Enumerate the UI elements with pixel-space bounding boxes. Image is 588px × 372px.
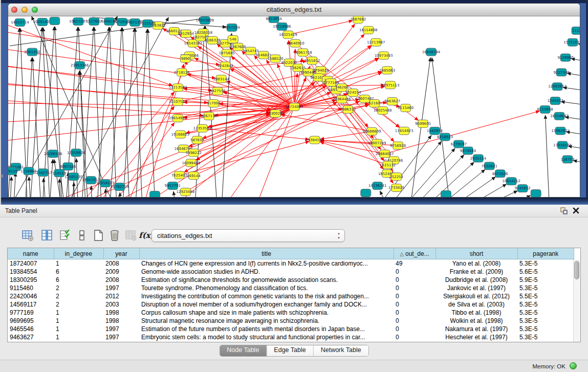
network-node[interactable]: 9857791: [165, 182, 181, 190]
table-cell[interactable]: 0: [394, 268, 435, 276]
network-node[interactable]: 917004: [207, 100, 221, 107]
table-cell[interactable]: 2003: [103, 300, 139, 309]
network-node[interactable]: 19654952: [169, 114, 187, 122]
network-node[interactable]: 16154808: [359, 26, 378, 34]
table-cell[interactable]: Corpus callosum shape and size in male p…: [139, 309, 394, 317]
network-node[interactable]: 12213583: [169, 84, 187, 92]
network-node[interactable]: 1527602: [86, 17, 102, 25]
memory-status-icon[interactable]: [570, 362, 577, 369]
table-cell[interactable]: Dudbridge et al. (2008): [435, 276, 517, 284]
network-node[interactable]: 9242844: [217, 62, 234, 70]
network-node[interactable]: 116753: [561, 156, 575, 163]
import-table-icon[interactable]: [124, 228, 138, 243]
table-cell[interactable]: 1: [54, 309, 103, 317]
table-cell[interactable]: 18724007: [8, 259, 54, 268]
table-cell[interactable]: Embryonic stem cells: a model to study s…: [139, 333, 394, 341]
column-header-name[interactable]: name: [8, 248, 54, 259]
network-node[interactable]: 7485063: [379, 67, 395, 74]
network-node[interactable]: 587833: [190, 136, 204, 144]
new-document-icon[interactable]: [91, 228, 105, 243]
network-node[interactable]: 16033809: [196, 16, 214, 24]
table-cell[interactable]: 5.6E-5: [517, 268, 574, 276]
row-check-icon[interactable]: [58, 228, 72, 243]
table-scrollbar-thumb[interactable]: [574, 261, 579, 279]
network-node[interactable]: 8813054: [266, 16, 282, 23]
table-cell[interactable]: 2: [54, 300, 103, 309]
table-cell[interactable]: 1: [54, 333, 103, 341]
stacked-cells-icon[interactable]: [75, 228, 89, 243]
table-cell[interactable]: 5.3E-5: [517, 284, 574, 292]
column-header-pagerank[interactable]: pagerank: [517, 248, 574, 259]
table-cell[interactable]: 1997: [103, 284, 139, 292]
network-node[interactable]: 746266: [335, 84, 349, 92]
network-node[interactable]: 1112: [572, 27, 580, 34]
table-cell[interactable]: 5.3E-5: [517, 259, 574, 268]
column-header-out_de[interactable]: △out_de...: [394, 248, 435, 259]
network-node[interactable]: 12093857: [548, 83, 567, 91]
table-cell[interactable]: 5.3E-5: [517, 309, 574, 317]
network-node[interactable]: 2687682: [350, 16, 366, 23]
network-node[interactable]: 19384554: [306, 136, 324, 144]
table-cell[interactable]: 5.3E-5: [517, 300, 574, 309]
network-node[interactable]: 9756928: [390, 142, 406, 149]
network-node[interactable]: 9129960: [557, 54, 573, 61]
network-node[interactable]: 19166825: [171, 130, 190, 138]
table-cell[interactable]: 1997: [103, 333, 139, 341]
float-panel-icon[interactable]: [560, 207, 568, 214]
network-node[interactable]: 1244413: [548, 97, 563, 105]
network-node[interactable]: 12505135: [64, 173, 83, 181]
network-node[interactable]: 12353554: [193, 124, 212, 132]
table-cell[interactable]: 2008: [103, 276, 139, 284]
network-node[interactable]: 252254: [389, 173, 403, 181]
network-node[interactable]: 7857224: [224, 24, 241, 31]
network-node[interactable]: 10654112: [502, 178, 520, 185]
network-node[interactable]: 9463627: [384, 98, 400, 105]
network-node[interactable]: 15751074: [563, 38, 580, 46]
table-cell[interactable]: Investigating the contribution of common…: [139, 292, 394, 300]
table-cell[interactable]: 19384554: [8, 268, 54, 276]
network-node[interactable]: 169144: [187, 172, 201, 180]
network-node[interactable]: [50, 17, 60, 25]
network-node[interactable]: 14055714: [11, 18, 29, 26]
table-cell[interactable]: 5.3E-5: [517, 317, 574, 325]
table-cell[interactable]: 1: [54, 325, 103, 333]
network-node[interactable]: 16648784: [422, 48, 441, 56]
table-cell[interactable]: 1: [54, 259, 103, 268]
tab-node-table[interactable]: Node Table: [220, 345, 267, 356]
table-cell[interactable]: 6: [54, 268, 103, 276]
table-cell[interactable]: 22420046: [8, 292, 54, 300]
network-node[interactable]: 10653287: [69, 17, 88, 25]
table-cell[interactable]: Yano et al. (2008): [435, 259, 517, 268]
table-cell[interactable]: Stergiakouli et al. (2012): [435, 292, 517, 300]
network-node[interactable]: 3024554: [345, 89, 361, 97]
network-node[interactable]: 7632621: [482, 162, 497, 170]
table-cell[interactable]: 0: [394, 276, 435, 284]
network-node[interactable]: 9699695: [415, 120, 431, 127]
table-cell[interactable]: 2008: [103, 259, 139, 268]
tab-edge-table[interactable]: Edge Table: [267, 345, 313, 356]
table-cell[interactable]: Disruption of a novel member of a sodium…: [139, 300, 394, 309]
table-cell[interactable]: Genome-wide association studies in ADHD.: [139, 268, 394, 276]
table-cell[interactable]: 0: [394, 292, 435, 300]
network-node[interactable]: 12213987: [367, 38, 385, 46]
tab-network-table[interactable]: Network Table: [314, 345, 368, 356]
network-node[interactable]: [361, 189, 371, 197]
table-cell[interactable]: Tibbo et al. (1998): [435, 309, 517, 317]
table-cell[interactable]: Nakamura et al. (1997): [435, 325, 517, 333]
network-node[interactable]: [441, 191, 451, 197]
table-scrollbar[interactable]: [573, 259, 580, 342]
table-cell[interactable]: 1997: [103, 325, 139, 333]
network-node[interactable]: 1875685: [219, 49, 235, 57]
network-node[interactable]: 20206536: [44, 150, 62, 158]
table-cell[interactable]: Changes of HCN gene expression and I(f) …: [139, 259, 394, 268]
network-node[interactable]: [150, 191, 160, 197]
table-cell[interactable]: 14569117: [8, 300, 54, 309]
table-cell[interactable]: Jankovic et al. (1997): [435, 284, 517, 292]
table-cell[interactable]: 0: [394, 300, 435, 309]
network-node[interactable]: 8267130: [201, 112, 217, 120]
table-cell[interactable]: 9463627: [8, 333, 54, 341]
network-node[interactable]: 2061350: [24, 48, 40, 56]
window-titlebar[interactable]: citations_edges.txt: [8, 4, 580, 16]
network-node[interactable]: 16961758: [294, 49, 312, 56]
table-cell[interactable]: 1998: [103, 309, 139, 317]
